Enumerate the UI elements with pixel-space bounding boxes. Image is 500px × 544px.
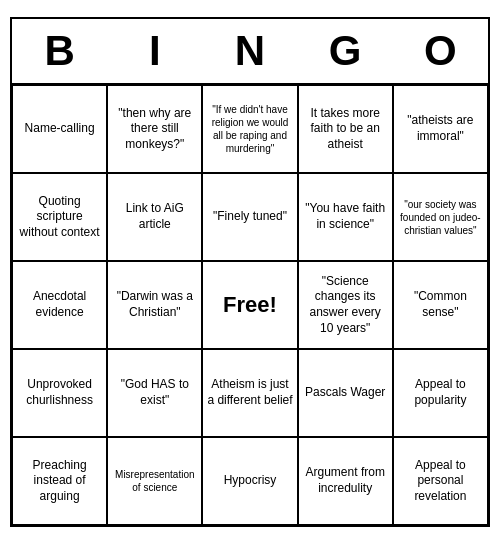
bingo-cell-4: "atheists are immoral": [393, 85, 488, 173]
bingo-cell-7: "Finely tuned": [202, 173, 297, 261]
bingo-cell-16: "God HAS to exist": [107, 349, 202, 437]
bingo-cell-17: Atheism is just a different belief: [202, 349, 297, 437]
bingo-cell-2: "If we didn't have religion we would all…: [202, 85, 297, 173]
bingo-cell-14: "Common sense": [393, 261, 488, 349]
bingo-cell-11: "Darwin was a Christian": [107, 261, 202, 349]
bingo-cell-13: "Science changes its answer every 10 yea…: [298, 261, 393, 349]
bingo-cell-12: Free!: [202, 261, 297, 349]
bingo-card: BINGO Name-calling"then why are there st…: [10, 17, 490, 527]
bingo-title: BINGO: [12, 19, 488, 85]
bingo-cell-20: Preaching instead of arguing: [12, 437, 107, 525]
bingo-cell-23: Argument from incredulity: [298, 437, 393, 525]
bingo-cell-8: "You have faith in science": [298, 173, 393, 261]
bingo-grid: Name-calling"then why are there still mo…: [12, 85, 488, 525]
bingo-cell-21: Misrepresentation of science: [107, 437, 202, 525]
bingo-cell-9: "our society was founded on judeo-christ…: [393, 173, 488, 261]
title-letter-n: N: [202, 27, 297, 75]
bingo-cell-5: Quoting scripture without context: [12, 173, 107, 261]
title-letter-o: O: [393, 27, 488, 75]
bingo-cell-18: Pascals Wager: [298, 349, 393, 437]
title-letter-g: G: [298, 27, 393, 75]
bingo-cell-22: Hypocrisy: [202, 437, 297, 525]
bingo-cell-10: Anecdotal evidence: [12, 261, 107, 349]
bingo-cell-15: Unprovoked churlishness: [12, 349, 107, 437]
bingo-cell-19: Appeal to popularity: [393, 349, 488, 437]
bingo-cell-1: "then why are there still monkeys?": [107, 85, 202, 173]
bingo-cell-0: Name-calling: [12, 85, 107, 173]
bingo-cell-24: Appeal to personal revelation: [393, 437, 488, 525]
bingo-cell-6: Link to AiG article: [107, 173, 202, 261]
bingo-cell-3: It takes more faith to be an atheist: [298, 85, 393, 173]
title-letter-i: I: [107, 27, 202, 75]
title-letter-b: B: [12, 27, 107, 75]
